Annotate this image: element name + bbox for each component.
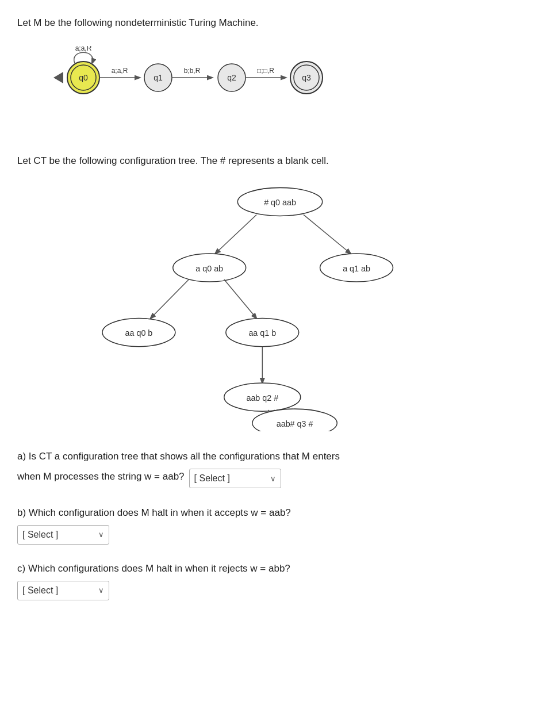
question-a-text-line1: a) Is CT a configuration tree that shows… [17, 449, 543, 465]
arrow-q0-q1-label: a;a,R [112, 67, 128, 75]
config-tree: # q0 aab a q0 ab a q1 ab aa q0 b aa q1 b… [17, 178, 543, 431]
state-q0-label: q0 [79, 73, 88, 82]
edge-root-n1 [215, 214, 256, 254]
edge-root-n2 [304, 214, 351, 254]
question-b-text: b) Which configuration does M halt in wh… [17, 505, 543, 522]
state-q1-label: q1 [154, 73, 163, 82]
node-n6-label: aab# q3 # [277, 419, 313, 428]
question-c-chevron-icon: ∨ [98, 586, 104, 595]
question-b-select-label: [ Select ] [22, 530, 58, 540]
question-a-select[interactable]: [ Select ] ∨ [189, 469, 281, 488]
question-b: b) Which configuration does M halt in wh… [17, 505, 543, 545]
state-q3-label: q3 [302, 73, 311, 82]
turing-machine-diagram: q0 a;a,R a;a,R q1 b;b,R q2 □;□,R q3 [17, 46, 543, 138]
arrow-q1-q2-label: b;b,R [184, 67, 201, 75]
tm-description: Let M be the following nondeterministic … [17, 17, 543, 29]
node-n2-label: a q1 ab [343, 264, 370, 273]
question-a-select-label: [ Select ] [194, 473, 230, 484]
node-n1-label: a q0 ab [195, 264, 223, 273]
state-q2-label: q2 [227, 73, 236, 82]
question-c-select-label: [ Select ] [22, 585, 58, 596]
node-n3-label: aa q0 b [125, 328, 153, 338]
question-a-chevron-icon: ∨ [270, 474, 276, 483]
node-root-label: # q0 aab [264, 198, 296, 207]
question-a: a) Is CT a configuration tree that shows… [17, 449, 543, 489]
tm-svg: q0 a;a,R a;a,R q1 b;b,R q2 □;□,R q3 [34, 46, 351, 121]
qa-section: a) Is CT a configuration tree that shows… [17, 449, 543, 600]
arrow-q2-q3-label: □;□,R [257, 67, 274, 75]
edge-n1-n4 [224, 279, 256, 319]
tree-svg: # q0 aab a q0 ab a q1 ab aa q0 b aa q1 b… [17, 178, 543, 431]
question-a-text-line2: when M processes the string w = aab? [17, 469, 185, 485]
edge-n1-n3 [151, 279, 189, 319]
question-c-text: c) Which configurations does M halt in w… [17, 561, 543, 577]
question-c: c) Which configurations does M halt in w… [17, 561, 543, 600]
node-n4-label: aa q1 b [248, 328, 276, 338]
self-loop-q0-label: a;a,R [75, 46, 92, 52]
question-c-select[interactable]: [ Select ] ∨ [17, 581, 109, 600]
start-arrow [53, 72, 63, 83]
node-n5-label: aab q2 # [246, 393, 278, 403]
question-b-select[interactable]: [ Select ] ∨ [17, 525, 109, 545]
question-b-chevron-icon: ∨ [98, 530, 104, 539]
ct-description: Let CT be the following configuration tr… [17, 155, 543, 167]
